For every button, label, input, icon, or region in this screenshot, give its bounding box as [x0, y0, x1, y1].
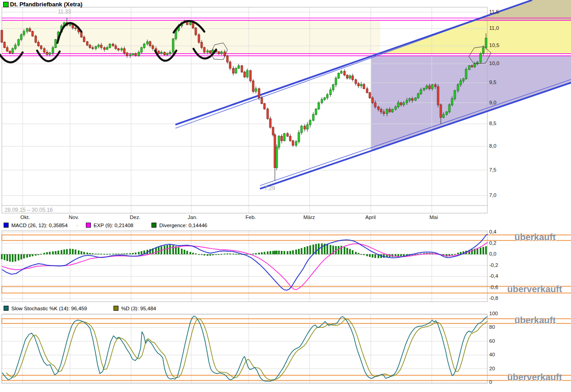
macd-overbought-label: überkauft: [514, 232, 556, 243]
macd-axis-tick: 0,0: [489, 251, 496, 257]
month-axis-label: Okt.: [20, 215, 30, 220]
macd-axis-tick: 0,4: [489, 229, 496, 234]
stoch-k-swatch-icon: [4, 306, 9, 311]
price-axis-tick: 7,0: [489, 192, 496, 198]
macd-legend-label: MACD (26, 12): 0,35854: [11, 223, 68, 228]
period-low-label: 7,29: [264, 185, 275, 191]
legend-separator: ·: [76, 223, 78, 228]
page-title: Dt. Pfandbriefbank (Xetra): [10, 1, 82, 8]
month-axis-label: Jan.: [188, 215, 198, 220]
series-marker-icon: [3, 2, 9, 7]
stoch-axis-tick: 20: [489, 366, 495, 371]
stoch-axis-tick: 0: [489, 379, 492, 385]
stoch-axis-tick: 100: [489, 311, 498, 316]
exp-line-swatch-icon: [86, 223, 91, 228]
month-axis-label: Dez.: [130, 215, 141, 220]
month-axis-label: Feb.: [245, 215, 256, 220]
stock-chart-application: Dt. Pfandbriefbank (Xetra) 11.33 7,29 28…: [0, 0, 571, 392]
price-axis-tick: 10,5: [489, 42, 499, 48]
price-axis-tick: 9,5: [489, 79, 496, 85]
divergence-legend-label: Divergence: 0,14446: [159, 223, 207, 228]
divergence-swatch-icon: [151, 223, 156, 228]
chart-canvas: [0, 0, 571, 392]
month-axis-label: Nov.: [69, 215, 79, 220]
date-range-label: 28.09.15 – 30.05.16: [5, 207, 53, 213]
price-axis-tick: 10,0: [489, 61, 499, 66]
macd-axis-tick: -0,4: [489, 273, 498, 279]
stoch-k-legend-label: Slow Stochastic %K (14): 96,459: [11, 306, 87, 311]
month-axis-label: März: [303, 215, 315, 220]
price-axis-tick: 9,0: [489, 100, 496, 105]
stoch-axis-tick: 60: [489, 338, 495, 344]
price-axis-tick: 11,0: [489, 25, 499, 31]
stoch-oversold-label: überverkauft: [507, 372, 562, 383]
macd-line-swatch-icon: [4, 223, 9, 228]
stoch-overbought-label: überkauft: [514, 315, 556, 326]
stoch-axis-tick: 40: [489, 352, 495, 357]
macd-axis-tick: -0,8: [489, 295, 498, 301]
exp-legend-label: EXP (9): 0,21408: [94, 223, 133, 228]
price-axis-tick: 8,5: [489, 121, 496, 126]
price-axis-tick: 7,5: [489, 167, 496, 173]
stoch-d-swatch-icon: [113, 306, 118, 311]
stochastic-legend: Slow Stochastic %K (14): 96,459 %D (3): …: [4, 305, 156, 311]
stoch-d-legend-label: %D (3): 95,484: [121, 306, 156, 311]
macd-axis-tick: 0,2: [489, 240, 496, 246]
macd-oversold-label: überverkauft: [507, 284, 562, 294]
month-axis-label: April: [365, 215, 376, 220]
period-high-label: 11.33: [58, 9, 71, 15]
price-axis-tick: 8,0: [489, 143, 496, 149]
stoch-axis-tick: 80: [489, 324, 495, 330]
macd-axis-tick: -0,2: [489, 262, 498, 268]
price-axis-tick: 11,5: [489, 9, 499, 14]
month-axis-label: Mai: [429, 215, 438, 220]
macd-legend: MACD (26, 12): 0,35854 · EXP (9): 0,2140…: [4, 222, 207, 228]
macd-axis-tick: -0,6: [489, 285, 498, 290]
